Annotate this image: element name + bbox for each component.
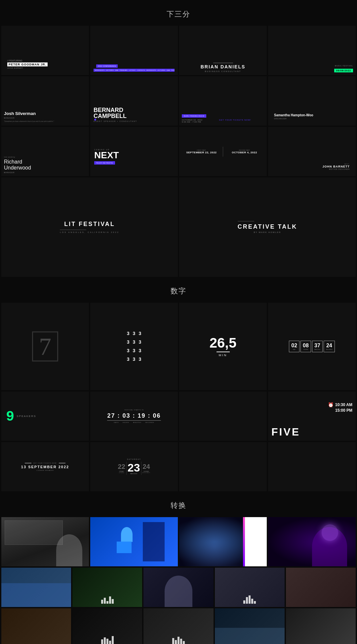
bar-4: [109, 596, 111, 604]
card-timer: FESTIVAL STARTS IN 27 : 03 : 19 : 06 DAY…: [90, 392, 178, 441]
transitions-section: 转换: [0, 491, 357, 644]
card-josh-silverman: Josh Silverman MANAGER "Sometimes you ha…: [1, 76, 89, 126]
card-bernard-campbell: BERNARDCAMPBELL GUEST SPEAKER • CONSULTA…: [90, 76, 178, 126]
bar-5: [254, 601, 256, 604]
timer-unit-minutes: MINUTES: [133, 422, 141, 423]
dates-col-first: FIRST PART SEPTEMBER 22, 2022: [182, 149, 220, 154]
small-video-9[interactable]: [215, 608, 285, 644]
countdown-label-seconds: SECONDS: [326, 349, 333, 350]
number-grid-inner: 3 3 3 3 3 3 3 3 3 3 3 3: [127, 331, 141, 362]
video-thumb-3-inner: [179, 517, 267, 566]
sv6-bg: [1, 608, 71, 644]
grid-num: 3: [133, 339, 136, 345]
lower-thirds-row-1: // FEATURING PETER GOODMAN JR. UI/UX EXP…: [0, 26, 357, 75]
countdown-label-day: DAY: [291, 349, 297, 350]
bernard-name: BERNARDCAMPBELL: [94, 107, 127, 119]
countdown-label-hours: HOURS: [303, 349, 309, 350]
josh-quote: "Sometimes you have a diamond in front o…: [4, 121, 54, 123]
sf-row: OCTOBER 02, 2022 9:00 AM - 7:00 PM GET Y…: [182, 119, 251, 123]
conference-badge: 2022 CONFERENCE: [96, 64, 118, 68]
second-part-date: OCTOBER 4, 2022: [225, 151, 263, 154]
video-thumb-4[interactable]: [268, 517, 356, 566]
days-row: 22 FRIDAY OPENING 23 MAIN EVENT 24 SUNDA…: [118, 462, 150, 475]
day-23: 23 MAIN EVENT: [128, 462, 140, 474]
next-badge: TECH KEYNOTE: [94, 161, 115, 165]
bar-1: [101, 600, 103, 604]
small-video-10[interactable]: [286, 608, 356, 644]
bar-4: [109, 641, 111, 644]
vt3-white-panel: [245, 517, 267, 566]
card-samantha: Samantha Hampton-Woo ORGANIZER: [268, 76, 356, 126]
small-video-7[interactable]: [72, 608, 142, 644]
numbers-row-3: GET YOUR TICKETS NOW! 13 SEPTEMBER 2022 …: [0, 442, 357, 491]
dates-col-second: SECOND PART OCTOBER 4, 2022: [225, 149, 263, 154]
lit-festival-title: LIT FESTIVAL: [60, 221, 119, 228]
bar-3: [106, 639, 108, 644]
vt2-person: [143, 522, 165, 561]
countdown-label-minutes: MINUTES: [314, 349, 320, 350]
bar-4: [180, 639, 182, 644]
brian-line: [213, 63, 233, 63]
grid-num: 3: [139, 357, 141, 362]
sv4-bar-chart: [243, 594, 256, 604]
card-day-23: SATURDAY 22 FRIDAY OPENING 23 MAIN EVENT…: [90, 442, 178, 491]
bar-2: [104, 598, 106, 604]
lower-thirds-row-4: LIT FESTIVAL LOS ANGELES, CALIFORNIA 202…: [0, 177, 357, 277]
card-number-grid: 3 3 3 3 3 3 3 3 3 3 3 3: [90, 303, 178, 390]
lower-thirds-row-3: now speaking RichardUnderwood MANAGER CO…: [0, 127, 357, 176]
lit-festival-sub: LOS ANGELES, CALIFORNIA 2022: [60, 231, 119, 233]
sv8-bar-chart: [172, 634, 185, 644]
day-22: 22 FRIDAY OPENING: [118, 463, 125, 474]
small-video-5[interactable]: [286, 568, 356, 607]
small-video-4[interactable]: [215, 568, 285, 607]
bar-5: [183, 641, 185, 644]
timer-unit-hours: HOURS: [123, 422, 129, 423]
sept-cta: GET YOUR TICKETS NOW!: [33, 462, 57, 464]
day-22-num: 22: [118, 463, 125, 471]
card-empty-dark: [179, 392, 267, 441]
card-music-festival: MUSIC FESTIVAL 09/08/2022: [268, 26, 356, 75]
video-thumb-1[interactable]: [1, 517, 89, 566]
music-festival-label: MUSIC FESTIVAL: [335, 65, 353, 67]
card-number-265: 26,5 MIN: [179, 303, 267, 390]
bar-2: [175, 640, 177, 644]
bar-2: [104, 637, 106, 644]
card-featuring: // FEATURING PETER GOODMAN JR. UI/UX EXP…: [1, 26, 89, 75]
small-video-1[interactable]: [1, 568, 71, 607]
small-video-6[interactable]: [1, 608, 71, 644]
section-title-lower-thirds: 下三分: [0, 0, 357, 26]
lower-thirds-row-2: Josh Silverman MANAGER "Sometimes you ha…: [0, 76, 357, 126]
timer-unit-seconds: SECONDS: [145, 422, 154, 423]
sf-cta: GET YOUR TICKETS NOW!: [219, 119, 251, 123]
video-grid-large: [0, 517, 357, 566]
card-lit-festival: LIT FESTIVAL LOS ANGELES, CALIFORNIA 202…: [1, 177, 178, 277]
countdown-box-minutes: 37 MINUTES: [312, 341, 323, 352]
saturday-label: SATURDAY: [127, 458, 141, 460]
small-video-2[interactable]: [72, 568, 142, 607]
timer-units: DAYS HOURS MINUTES SECONDS: [114, 422, 154, 423]
bernard-role: GUEST SPEAKER • CONSULTANT: [94, 120, 137, 122]
samantha-name: Samantha Hampton-Woo: [274, 113, 350, 117]
video-thumb-3[interactable]: [179, 517, 267, 566]
josh-name: Josh Silverman: [4, 111, 36, 116]
grid-num: 3: [127, 331, 130, 336]
number-265-line: [217, 352, 230, 352]
sept-date: 13 SEPTEMBER 2022: [21, 465, 69, 469]
speakers-label: SPEAKERS: [17, 415, 36, 418]
bar-2: [246, 597, 248, 604]
sv5-bg: [286, 568, 356, 607]
josh-role: MANAGER: [4, 117, 15, 119]
vt2-bg: [90, 517, 178, 566]
numbers-row-1: 7 3 3 3 3 3 3 3 3 3 3 3 3 26,5 MIN: [0, 303, 357, 390]
small-video-3[interactable]: [143, 568, 213, 607]
small-video-8[interactable]: [143, 608, 213, 644]
section-title-numbers: 数字: [0, 277, 357, 303]
richard-label: now speaking: [4, 156, 15, 158]
clock-icon: ⏰: [328, 402, 334, 407]
video-thumb-2[interactable]: [90, 517, 178, 566]
number-9: 9: [6, 409, 14, 423]
day-22-sub: OPENING: [119, 472, 124, 474]
card-sf-event: SAN FRANCISCO OCTOBER 02, 2022 9:00 AM -…: [179, 76, 267, 126]
bar-4: [251, 599, 253, 604]
numbers-row-2: 9 SPEAKERS FESTIVAL STARTS IN 27 : 03 : …: [0, 392, 357, 441]
